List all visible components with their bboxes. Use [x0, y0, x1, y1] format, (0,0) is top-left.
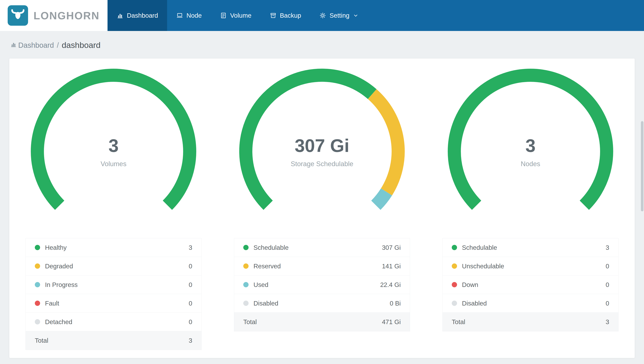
breadcrumb: Dashboard / dashboard	[0, 31, 644, 58]
legend-value: 0 Bi	[390, 300, 401, 307]
nav-item-label: Dashboard	[127, 12, 158, 19]
nav-item-volume[interactable]: Volume	[211, 0, 260, 31]
legend-value: 0	[189, 318, 192, 326]
gauge-center-text: 307 GiStorage Schedulable	[238, 68, 406, 235]
gauge-chart: 307 GiStorage Schedulable	[238, 68, 406, 235]
breadcrumb-root-label: Dashboard	[18, 41, 54, 49]
nav-item-dashboard[interactable]: Dashboard	[108, 0, 167, 31]
legend-total-row: Total3	[26, 331, 201, 350]
legend-dot	[35, 264, 40, 269]
gauge-label: Nodes	[521, 160, 540, 168]
breadcrumb-current: dashboard	[62, 40, 100, 50]
legend-dot	[452, 264, 457, 269]
volume-icon	[220, 12, 227, 19]
legend-value: 0	[189, 281, 192, 288]
gauge-value: 3	[525, 135, 536, 156]
legend-row: Unschedulable0	[443, 257, 618, 276]
legend-value: 0	[606, 300, 609, 307]
legend-value: 22.4 Gi	[380, 281, 401, 288]
gauge-panel: 307 GiStorage SchedulableSchedulable307 …	[218, 68, 426, 350]
legend-row: Disabled0 Bi	[234, 294, 410, 312]
gauge-chart: 3Volumes	[30, 68, 197, 235]
legend-label: Degraded	[45, 262, 73, 270]
legend-total-value: 3	[606, 318, 609, 326]
legend-value: 0	[189, 262, 192, 270]
gauge-chart: 3Nodes	[447, 68, 614, 235]
nav-item-setting[interactable]: Setting	[310, 0, 368, 31]
node-icon	[176, 12, 183, 19]
legend-row: Disabled0	[443, 294, 618, 312]
legend-dot	[35, 245, 40, 250]
gauge-label: Storage Schedulable	[291, 160, 353, 168]
breadcrumb-separator: /	[57, 41, 59, 49]
legend-table: Schedulable307 GiReserved141 GiUsed22.4 …	[234, 238, 410, 332]
legend-value: 0	[189, 300, 192, 307]
bar-chart-icon	[10, 41, 17, 49]
legend-label: Healthy	[45, 244, 67, 251]
legend-label: Used	[254, 281, 268, 288]
legend-total-value: 471 Gi	[382, 318, 401, 326]
legend-table: Schedulable3Unschedulable0Down0Disabled0…	[442, 238, 618, 332]
chevron-down-icon	[352, 13, 358, 18]
scrollbar-track	[640, 0, 644, 364]
legend-row: Schedulable3	[443, 238, 618, 257]
legend-label: Fault	[45, 300, 59, 307]
nav-item-backup[interactable]: Backup	[260, 0, 310, 31]
legend-value: 3	[189, 244, 192, 251]
legend-dot	[452, 245, 457, 250]
legend-row: Schedulable307 Gi	[234, 238, 410, 257]
gauge-label: Volumes	[100, 160, 126, 168]
legend-table: Healthy3Degraded0In Progress0Fault0Detac…	[26, 238, 202, 350]
legend-dot	[35, 300, 40, 306]
scrollbar-thumb[interactable]	[641, 121, 644, 211]
nav-item-node[interactable]: Node	[167, 0, 211, 31]
setting-gear-icon	[319, 12, 326, 19]
nav-item-label: Backup	[280, 12, 301, 19]
legend-label: Schedulable	[254, 244, 289, 251]
legend-total-label: Total	[35, 337, 48, 344]
legend-total-row: Total471 Gi	[234, 312, 410, 331]
legend-row: Fault0	[26, 294, 201, 312]
legend-row: Used22.4 Gi	[234, 276, 410, 294]
legend-label: Reserved	[254, 262, 281, 270]
legend-label: Detached	[45, 318, 72, 326]
legend-row: Down0	[443, 276, 618, 294]
legend-dot	[452, 282, 457, 287]
legend-total-label: Total	[243, 318, 257, 326]
gauge-value: 3	[108, 135, 119, 156]
dashboard-icon	[117, 12, 124, 19]
legend-dot	[243, 300, 248, 306]
dashboard-card: 3VolumesHealthy3Degraded0In Progress0Fau…	[9, 58, 635, 358]
legend-value: 3	[606, 244, 609, 251]
gauge-center-text: 3Nodes	[447, 68, 614, 235]
nav-item-label: Setting	[330, 12, 349, 19]
legend-total-value: 3	[189, 337, 192, 344]
legend-value: 0	[606, 262, 609, 270]
gauge-value: 307 Gi	[295, 135, 349, 156]
legend-label: In Progress	[45, 281, 78, 288]
legend-label: Disabled	[462, 300, 487, 307]
breadcrumb-root-link[interactable]: Dashboard	[10, 41, 54, 49]
gauge-center-text: 3Volumes	[30, 68, 197, 235]
main-nav: Dashboard Node Volume Backup Setting	[108, 0, 644, 31]
legend-dot	[35, 319, 40, 324]
legend-value: 307 Gi	[382, 244, 401, 251]
legend-row: Detached0	[26, 312, 201, 331]
legend-label: Disabled	[254, 300, 278, 307]
app-logo[interactable]: LONGHORN	[0, 0, 108, 31]
legend-dot	[243, 264, 248, 269]
gauge-panel: 3VolumesHealthy3Degraded0In Progress0Fau…	[9, 68, 218, 350]
nav-item-label: Volume	[230, 12, 252, 19]
legend-dot	[243, 282, 248, 287]
legend-row: Reserved141 Gi	[234, 257, 410, 276]
legend-total-label: Total	[452, 318, 465, 326]
legend-total-row: Total3	[443, 312, 618, 331]
legend-dot	[35, 282, 40, 287]
legend-label: Unschedulable	[462, 262, 504, 270]
logo-text: LONGHORN	[34, 10, 100, 22]
nav-item-label: Node	[186, 12, 202, 19]
backup-icon	[270, 12, 276, 19]
legend-dot	[243, 245, 248, 250]
legend-label: Schedulable	[462, 244, 497, 251]
app-header: LONGHORN Dashboard Node Volume Backup	[0, 0, 644, 31]
